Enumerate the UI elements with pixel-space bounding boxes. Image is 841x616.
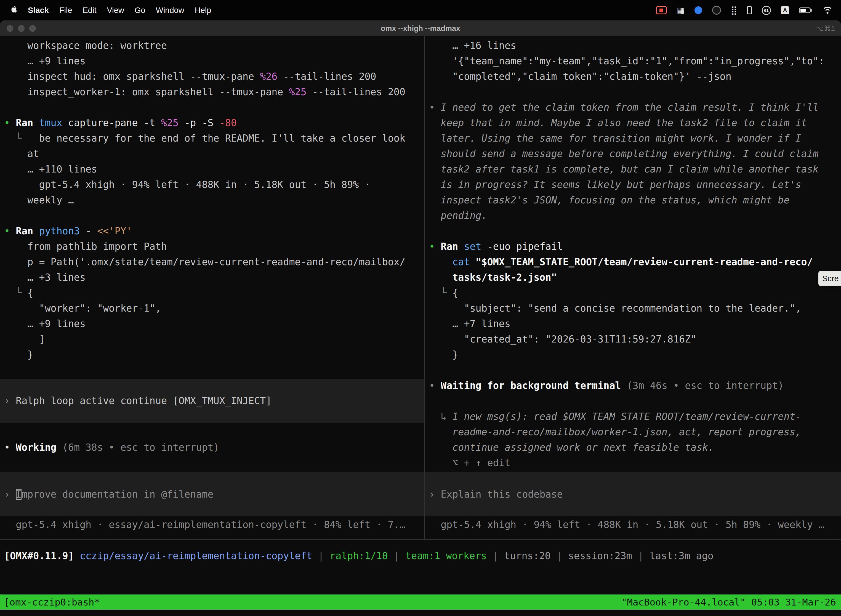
screen-recording-stop-icon[interactable] — [656, 6, 667, 14]
terminal-line: "worker": "worker-1", — [0, 301, 424, 316]
terminal-line: at — [0, 146, 424, 161]
iphone-mirroring-icon[interactable] — [747, 6, 752, 14]
menu-app-name[interactable]: Slack — [23, 6, 54, 15]
blank-line — [425, 223, 841, 239]
terminal-line: • Working (6m 38s • esc to interrupt) — [0, 440, 424, 455]
tmux-session-name: [omx-cczip0:bash* — [4, 597, 100, 608]
tmux-status-bar: [omx-cczip0:bash* "MacBook-Pro-44.local"… — [0, 594, 841, 610]
blank-line — [0, 100, 424, 115]
menu-file[interactable]: File — [54, 6, 78, 15]
terminal-line: } — [425, 347, 841, 362]
terminal-line: inspect_hud: omx sparkshell --tmux-pane … — [0, 69, 424, 84]
grid-icon[interactable]: ▦ — [677, 6, 684, 14]
battery-icon[interactable] — [799, 7, 812, 13]
battery-percent-circle-icon[interactable]: 61 — [762, 6, 771, 15]
prompt-band[interactable]: › Ralph loop active continue [OMX_TMUX_I… — [0, 378, 424, 423]
terminal-line: pending. — [425, 208, 841, 223]
battery-percent-value: 61 — [764, 8, 769, 13]
terminal-line: task2 after task1 is complete, but can I… — [425, 161, 841, 177]
terminal-line: • Waiting for background terminal (3m 46… — [425, 378, 841, 393]
prompt-band[interactable]: › Explain this codebase — [425, 472, 841, 516]
wifi-icon[interactable] — [822, 7, 833, 14]
terminal-line: … +3 lines — [0, 270, 424, 285]
terminal-line: gpt-5.4 xhigh · essay/ai-reimplementatio… — [0, 517, 424, 532]
terminal-line: weekly … — [0, 192, 424, 208]
terminal-line: is in progress? It seems likely but perh… — [425, 177, 841, 192]
terminal-line: • I need to get the claim token from the… — [425, 100, 841, 115]
terminal-line: p = Path('.omx/state/team/review-current… — [0, 254, 424, 270]
blank-line — [0, 208, 424, 223]
terminal-line: "subject": "send a concise recommendatio… — [425, 301, 841, 316]
terminal-line: … +9 lines — [0, 53, 424, 69]
tmux-host-time: "MacBook-Pro-44.local" 05:03 31-Mar-26 — [621, 597, 836, 608]
traffic-lights — [7, 25, 36, 32]
menu-bar-left: Slack File Edit View Go Window Help — [0, 6, 216, 15]
menu-help[interactable]: Help — [189, 6, 217, 15]
screen-tooltip-text: Scre — [822, 274, 839, 283]
terminal-line: • Ran tmux capture-pane -t %25 -p -S -80 — [0, 115, 424, 131]
terminal-pane-left[interactable]: workspace_mode: worktree … +9 lines insp… — [0, 37, 424, 539]
apple-menu-icon[interactable] — [6, 6, 23, 15]
window-title: omx --xhigh --madmax — [381, 24, 460, 33]
menu-go[interactable]: Go — [129, 6, 151, 15]
terminal-pane-right[interactable]: … +16 lines '{"team_name":"my-team","tas… — [425, 37, 841, 539]
terminal-line: readme-and-reco/mailbox/worker-1.json, a… — [425, 424, 841, 440]
terminal-line: ⌥ + ↑ edit — [425, 455, 841, 471]
title-bar[interactable]: omx --xhigh --madmax ⌥⌘1 — [0, 21, 841, 37]
terminal-line: ↳ 1 new msg(s): read $OMX_TEAM_STATE_ROO… — [425, 409, 841, 424]
terminal-line: inspect task2's JSON, focusing on the st… — [425, 192, 841, 208]
terminal-line: └ { — [0, 285, 424, 301]
prompt-band[interactable]: › Improve documentation in @filename — [0, 472, 424, 516]
terminal-line: tasks/task-2.json" — [425, 270, 841, 285]
blue-app-icon[interactable] — [694, 6, 702, 14]
terminal-line: keep that in mind. Maybe I also need the… — [425, 115, 841, 131]
terminal-line: gpt-5.4 xhigh · 94% left · 488K in · 5.1… — [0, 177, 424, 192]
dots-grid-icon[interactable]: ⣿ — [731, 6, 737, 14]
terminal-line: … +110 lines — [0, 161, 424, 177]
terminal-line: ] — [0, 331, 424, 347]
blank-line — [0, 455, 424, 472]
input-source-icon[interactable]: A — [781, 6, 789, 14]
terminal-line: └ be necessary for the end of the README… — [0, 131, 424, 146]
terminal-line: later. Using the same for transition mig… — [425, 131, 841, 146]
terminal-line: … +7 lines — [425, 316, 841, 331]
terminal-line: workspace_mode: worktree — [0, 38, 424, 53]
terminal-window: omx --xhigh --madmax ⌥⌘1 workspace_mode:… — [0, 21, 841, 616]
menu-edit[interactable]: Edit — [78, 6, 102, 15]
terminal-line: from pathlib import Path — [0, 239, 424, 254]
terminal-line: • Ran set -euo pipefail — [425, 239, 841, 254]
terminal-line: └ { — [425, 285, 841, 301]
input-source-letter: A — [783, 7, 787, 13]
terminal-line: } — [0, 347, 424, 362]
terminal-line: cat "$OMX_TEAM_STATE_ROOT/team/review-cu… — [425, 254, 841, 270]
window-shortcut-hint: ⌥⌘1 — [816, 21, 835, 37]
zoom-button[interactable] — [29, 25, 36, 32]
menu-view[interactable]: View — [102, 6, 129, 15]
terminal-line: should send a message before completing … — [425, 146, 841, 161]
blank-line — [0, 362, 424, 378]
dark-app-icon[interactable] — [712, 6, 721, 15]
minimize-button[interactable] — [18, 25, 25, 32]
terminal-line: gpt-5.4 xhigh · 94% left · 488K in · 5.1… — [425, 517, 841, 532]
blank-line — [425, 393, 841, 409]
close-button[interactable] — [7, 25, 13, 32]
blank-line — [425, 362, 841, 378]
terminal-line: • Ran python3 - <<'PY' — [0, 223, 424, 239]
menu-bar-status-icons: ▦ ⣿ 61 A — [656, 6, 841, 15]
terminal-line: … +9 lines — [0, 316, 424, 331]
menu-bar: Slack File Edit View Go Window Help ▦ ⣿ … — [0, 0, 841, 21]
terminal-line: … +16 lines — [425, 38, 841, 53]
screen-tooltip: Scre — [818, 271, 841, 286]
terminal-line: [OMX#0.11.9] cczip/essay/ai-reimplementa… — [0, 548, 841, 563]
blank-line — [425, 84, 841, 100]
terminal-line: inspect_worker-1: omx sparkshell --tmux-… — [0, 84, 424, 100]
menu-window[interactable]: Window — [151, 6, 189, 15]
terminal-line: "completed","claim_token":"claim-token"}… — [425, 69, 841, 84]
terminal-line: "created_at": "2026-03-31T11:59:27.816Z" — [425, 331, 841, 347]
terminal-line: '{"team_name":"my-team","task_id":"1","f… — [425, 53, 841, 69]
omx-status-line: [OMX#0.11.9] cczip/essay/ai-reimplementa… — [0, 548, 841, 563]
blank-line — [0, 423, 424, 440]
pane-bottom-border — [0, 539, 841, 540]
terminal-line: continue assigned work or next feasible … — [425, 440, 841, 455]
